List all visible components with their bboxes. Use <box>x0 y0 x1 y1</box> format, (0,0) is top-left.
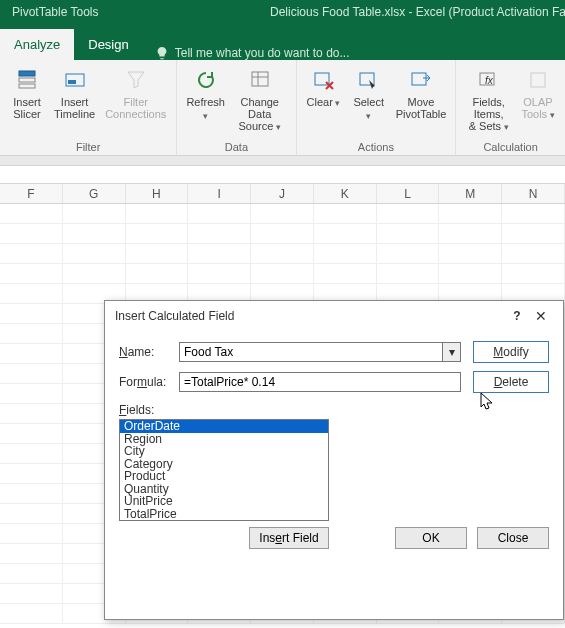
move-pivottable-icon <box>407 66 435 94</box>
col-header[interactable]: G <box>63 184 126 203</box>
list-item[interactable]: TotalPrice <box>120 508 328 521</box>
insert-slicer-button[interactable]: Insert Slicer <box>6 64 48 122</box>
lightbulb-icon <box>155 46 169 60</box>
filter-connections-icon <box>122 66 150 94</box>
dialog-titlebar[interactable]: Insert Calculated Field ? ✕ <box>105 301 563 331</box>
col-header[interactable]: K <box>314 184 377 203</box>
dialog-close-button[interactable]: ✕ <box>529 308 553 324</box>
ribbon-tabs: Analyze Design Tell me what you do want … <box>0 24 565 60</box>
col-header[interactable]: J <box>251 184 314 203</box>
list-item[interactable]: Product <box>120 470 328 483</box>
svg-text:fx: fx <box>485 75 494 86</box>
clear-icon <box>310 66 338 94</box>
tab-analyze[interactable]: Analyze <box>0 29 74 60</box>
name-label: Name: <box>119 345 179 359</box>
formula-input[interactable] <box>179 372 461 392</box>
olap-tools-button: OLAP Tools <box>517 64 559 135</box>
fields-items-sets-button[interactable]: fx Fields, Items, & Sets <box>462 64 515 135</box>
formula-label: Formula: <box>119 375 179 389</box>
move-pivottable-button[interactable]: Move PivotTable <box>393 64 449 124</box>
timeline-icon <box>61 66 89 94</box>
svg-rect-2 <box>19 84 35 88</box>
group-calculations: fx Fields, Items, & Sets OLAP Tools Calc… <box>456 60 565 155</box>
col-header[interactable]: F <box>0 184 63 203</box>
column-headers: F G H I J K L M N <box>0 184 565 204</box>
group-filter: Insert Slicer Insert Timeline Filter Con… <box>0 60 177 155</box>
svg-rect-1 <box>19 78 35 82</box>
slicer-icon <box>13 66 41 94</box>
svg-rect-5 <box>252 72 268 86</box>
name-input[interactable] <box>179 342 443 362</box>
col-header[interactable]: M <box>439 184 502 203</box>
group-label-calculations: Calculation <box>462 139 559 153</box>
group-label-data: Data <box>183 139 289 153</box>
group-label-filter: Filter <box>6 139 170 153</box>
refresh-icon <box>192 66 220 94</box>
fx-icon: fx <box>475 66 503 94</box>
delete-button[interactable]: Delete <box>473 371 549 393</box>
name-dropdown-button[interactable]: ▾ <box>443 342 461 362</box>
modify-button[interactable]: Modify <box>473 341 549 363</box>
col-header[interactable]: I <box>188 184 251 203</box>
dialog-title: Insert Calculated Field <box>115 309 505 323</box>
list-item[interactable]: Region <box>120 433 328 446</box>
svg-rect-10 <box>412 73 426 85</box>
fields-listbox[interactable]: OrderDate Region City Category Product Q… <box>119 419 329 521</box>
tab-design[interactable]: Design <box>74 29 142 60</box>
document-title: Delicious Food Table.xlsx - Excel (Produ… <box>120 5 565 19</box>
list-item[interactable]: UnitPrice <box>120 495 328 508</box>
change-data-source-icon <box>246 66 274 94</box>
tell-me-placeholder: Tell me what you do want to do... <box>175 46 350 60</box>
tell-me-search[interactable]: Tell me what you do want to do... <box>143 46 362 60</box>
ok-button[interactable]: OK <box>395 527 467 549</box>
clear-button[interactable]: Clear <box>303 64 345 124</box>
col-header[interactable]: H <box>126 184 189 203</box>
fields-label: Fields: <box>119 403 549 417</box>
col-header[interactable]: L <box>377 184 440 203</box>
svg-rect-13 <box>531 73 545 87</box>
select-icon <box>355 66 383 94</box>
dialog-help-button[interactable]: ? <box>505 309 529 323</box>
insert-calculated-field-dialog: Insert Calculated Field ? ✕ Name: ▾ Modi… <box>104 300 564 620</box>
group-data: Refresh Change Data Source Data <box>177 60 296 155</box>
filter-connections-button: Filter Connections <box>101 64 170 122</box>
contextual-tools-title: PivotTable Tools <box>0 5 120 19</box>
group-label-actions: Actions <box>303 139 450 153</box>
list-item[interactable]: OrderDate <box>120 420 328 433</box>
insert-field-button[interactable]: Insert Field <box>249 527 329 549</box>
refresh-button[interactable]: Refresh <box>183 64 228 135</box>
insert-timeline-button[interactable]: Insert Timeline <box>50 64 99 122</box>
list-item[interactable]: City <box>120 445 328 458</box>
title-bar: PivotTable Tools Delicious Food Table.xl… <box>0 0 565 24</box>
change-data-source-button[interactable]: Change Data Source <box>230 64 290 135</box>
olap-icon <box>524 66 552 94</box>
ribbon: Insert Slicer Insert Timeline Filter Con… <box>0 60 565 156</box>
select-button[interactable]: Select <box>347 64 391 124</box>
svg-rect-4 <box>68 80 76 84</box>
group-actions: Clear Select Move PivotTable Actions <box>297 60 457 155</box>
svg-rect-0 <box>19 71 35 76</box>
col-header[interactable]: N <box>502 184 565 203</box>
close-button[interactable]: Close <box>477 527 549 549</box>
